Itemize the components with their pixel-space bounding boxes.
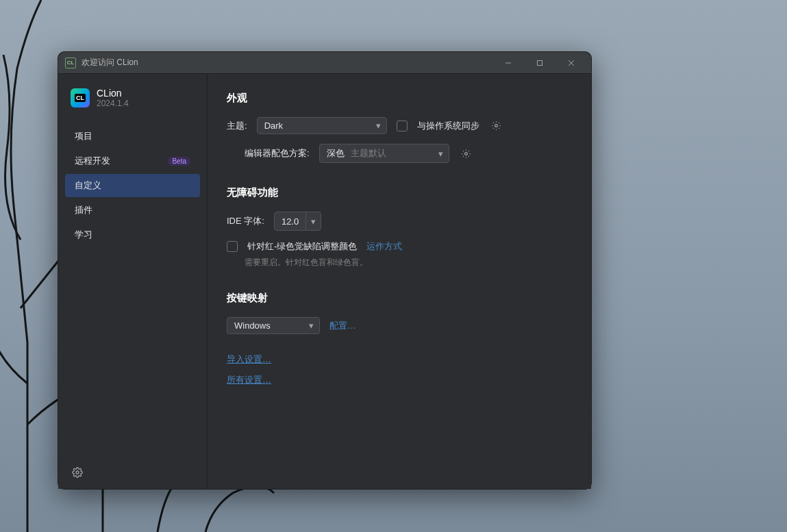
- welcome-window: CL 欢迎访问 CLion CL CLion 2024.1.4 项目: [58, 51, 592, 490]
- minimize-button[interactable]: [492, 52, 524, 74]
- color-deficiency-label: 针对红-绿色觉缺陷调整颜色: [247, 240, 357, 253]
- color-scheme-settings-button[interactable]: [459, 146, 474, 161]
- theme-select[interactable]: Dark ▾: [257, 117, 387, 134]
- svg-point-6: [465, 152, 468, 155]
- section-title-keymap: 按键映射: [227, 292, 572, 305]
- color-deficiency-checkbox[interactable]: [227, 241, 238, 252]
- beta-badge: Beta: [168, 157, 190, 166]
- sidebar-item-label: 项目: [75, 130, 92, 142]
- close-button[interactable]: [555, 52, 587, 74]
- sidebar-item-plugins[interactable]: 插件: [65, 199, 200, 222]
- sync-os-label: 与操作系统同步: [417, 120, 479, 132]
- content-pane: 外观 主题: Dark ▾ 与操作系统同步 编辑器配色方案:: [208, 74, 591, 489]
- section-keymap: 按键映射 Windows ▾ 配置…: [227, 292, 572, 334]
- sync-os-checkbox[interactable]: [397, 121, 408, 131]
- window-title: 欢迎访问 CLion: [82, 57, 138, 68]
- ide-font-spinner[interactable]: 12.0 ▾: [274, 212, 321, 231]
- gear-icon: [461, 149, 471, 159]
- svg-point-4: [76, 471, 79, 474]
- ide-font-value: 12.0: [275, 214, 305, 229]
- section-appearance: 外观 主题: Dark ▾ 与操作系统同步 编辑器配色方案:: [227, 92, 572, 163]
- all-settings-link[interactable]: 所有设置…: [227, 374, 572, 386]
- color-deficiency-hint: 需要重启。针对红色盲和绿色盲。: [227, 257, 572, 268]
- app-icon: CL: [65, 58, 76, 68]
- keymap-configure-link[interactable]: 配置…: [329, 320, 356, 332]
- section-accessibility: 无障碍功能 IDE 字体: 12.0 ▾ 针对红-绿色觉缺陷调整颜色 运作方式: [227, 186, 572, 268]
- sidebar-nav: 项目 远程开发 Beta 自定义 插件 学习: [58, 121, 207, 251]
- section-title-appearance: 外观: [227, 92, 572, 105]
- color-scheme-label: 编辑器配色方案:: [245, 147, 310, 160]
- sidebar-item-learn[interactable]: 学习: [65, 223, 200, 246]
- svg-point-5: [495, 125, 498, 127]
- keymap-select[interactable]: Windows ▾: [227, 317, 320, 334]
- sidebar-item-label: 插件: [75, 204, 92, 216]
- color-scheme-value: 深色: [327, 148, 345, 158]
- gear-icon: [72, 467, 83, 478]
- gear-icon: [491, 121, 501, 131]
- keymap-value: Windows: [234, 320, 271, 331]
- how-it-works-link[interactable]: 运作方式: [366, 240, 402, 253]
- sync-settings-button[interactable]: [489, 118, 504, 134]
- sidebar-item-label: 远程开发: [75, 155, 110, 167]
- section-title-accessibility: 无障碍功能: [227, 186, 572, 199]
- ide-font-label: IDE 字体:: [227, 215, 264, 227]
- settings-gear-button[interactable]: [69, 464, 86, 481]
- sidebar-item-customize[interactable]: 自定义: [65, 174, 200, 197]
- color-scheme-select[interactable]: 深色 主题默认 ▾: [319, 144, 449, 163]
- sidebar-item-projects[interactable]: 项目: [65, 125, 200, 148]
- product-logo: CL: [71, 88, 90, 107]
- svg-rect-1: [538, 60, 542, 65]
- sidebar-item-label: 自定义: [75, 179, 101, 192]
- spinner-step-button[interactable]: ▾: [305, 212, 321, 230]
- chevron-down-icon: ▾: [311, 216, 316, 227]
- import-settings-link[interactable]: 导入设置…: [227, 353, 572, 366]
- sidebar-item-label: 学习: [75, 229, 92, 241]
- titlebar[interactable]: CL 欢迎访问 CLion: [58, 52, 591, 74]
- product-version: 2024.1.4: [97, 99, 129, 108]
- sidebar: CL CLion 2024.1.4 项目 远程开发 Beta 自定义: [58, 74, 208, 489]
- theme-label: 主题:: [227, 120, 247, 132]
- theme-value: Dark: [264, 121, 283, 131]
- product-header: CL CLion 2024.1.4: [58, 84, 207, 121]
- maximize-button[interactable]: [524, 52, 555, 74]
- color-scheme-placeholder: 主题默认: [351, 148, 386, 158]
- chevron-down-icon: ▾: [438, 149, 443, 159]
- product-name: CLion: [97, 88, 129, 99]
- chevron-down-icon: ▾: [309, 320, 314, 331]
- sidebar-item-remote-dev[interactable]: 远程开发 Beta: [65, 149, 200, 173]
- chevron-down-icon: ▾: [376, 121, 381, 131]
